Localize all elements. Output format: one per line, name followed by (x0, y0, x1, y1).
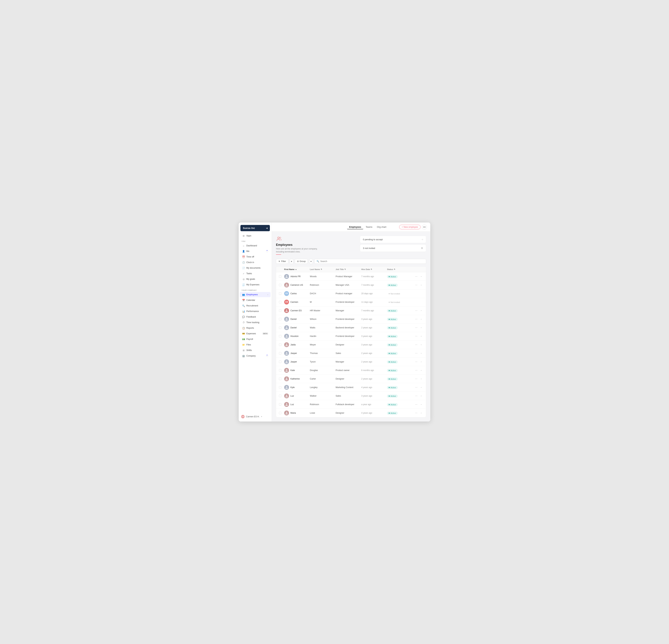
group-dropdown-button[interactable]: ▾ (309, 259, 313, 264)
row-actions: ⋯ → (413, 317, 423, 321)
sidebar-item-me[interactable]: 👤 Me (240, 249, 271, 254)
row-more-button[interactable]: ⋯ (414, 274, 418, 279)
sidebar-item-my-documents[interactable]: 📄 My documents (240, 265, 271, 270)
row-checkbox[interactable] (279, 284, 284, 286)
row-more-button[interactable]: ⋯ (414, 325, 418, 330)
filter-button[interactable]: ▼ Filter (276, 259, 288, 264)
pending-settings-icon[interactable]: ○ (422, 238, 423, 241)
th-last-name[interactable]: Last Name ⇅ (310, 268, 336, 270)
row-checkbox[interactable] (279, 275, 284, 278)
not-invited-settings-icon[interactable]: ⚙ (421, 247, 423, 249)
th-hire-date[interactable]: Hire Date ⇅ (361, 268, 387, 270)
row-navigate-button[interactable]: → (419, 411, 423, 415)
row-more-button[interactable]: ⋯ (414, 342, 418, 347)
sidebar-item-files[interactable]: 📁 Files (240, 342, 271, 347)
row-checkbox[interactable] (279, 403, 284, 406)
row-navigate-button[interactable]: → (419, 351, 423, 355)
row-navigate-button[interactable]: → (419, 402, 423, 407)
row-navigate-button[interactable]: → (419, 283, 423, 287)
row-checkbox[interactable] (279, 309, 284, 312)
tab-teams[interactable]: Teams (364, 224, 374, 229)
th-job-title[interactable]: Job Title ⇅ (336, 268, 361, 270)
row-navigate-button[interactable]: → (419, 274, 423, 279)
row-more-button[interactable]: ⋯ (414, 394, 418, 398)
tab-org-chart[interactable]: Org chart (375, 224, 388, 229)
row-more-button[interactable]: ⋯ (414, 411, 418, 415)
employee-last-name: Woods (310, 275, 336, 278)
sidebar-item-my-goals[interactable]: ◎ My goals (240, 277, 271, 282)
row-navigate-button[interactable]: → (419, 360, 423, 364)
sidebar-item-time-tracking[interactable]: ⏱ Time tracking (240, 320, 271, 325)
row-checkbox[interactable] (279, 292, 284, 295)
row-checkbox[interactable] (279, 412, 284, 414)
company-logo[interactable]: Suesa Inc ◀ (240, 225, 270, 231)
row-more-button[interactable]: ⋯ (414, 351, 418, 355)
sidebar-item-feedback[interactable]: 💬 Feedback (240, 314, 271, 320)
row-checkbox[interactable] (279, 361, 284, 363)
svg-point-12 (286, 378, 287, 379)
row-more-button[interactable]: ⋯ (414, 385, 418, 390)
more-options-button[interactable]: ••• (422, 224, 427, 230)
row-checkbox[interactable] (279, 378, 284, 380)
tab-employees[interactable]: Employees (347, 224, 363, 229)
employee-status: Active (387, 377, 413, 381)
filter-dropdown-button[interactable]: ▾ (290, 259, 294, 264)
row-more-button[interactable]: ⋯ (414, 368, 418, 372)
row-more-button[interactable]: ⋯ (414, 283, 418, 287)
employee-last-name: Carter (310, 378, 336, 380)
sidebar-item-company[interactable]: 🏢 Company (240, 353, 271, 358)
row-checkbox[interactable] (279, 395, 284, 397)
row-more-button[interactable]: ⋯ (414, 308, 418, 313)
row-checkbox[interactable] (279, 386, 284, 389)
row-navigate-button[interactable]: → (419, 317, 423, 321)
row-more-button[interactable]: ⋯ (414, 317, 418, 321)
row-navigate-button[interactable]: → (419, 368, 423, 372)
current-user[interactable]: CH Carmen ES H. ▾ (239, 413, 272, 420)
th-status[interactable]: Status ⇅ (387, 268, 413, 270)
row-navigate-button[interactable]: → (419, 342, 423, 347)
row-more-button[interactable]: ⋯ (414, 377, 418, 381)
sidebar-item-tasks[interactable]: ✓ Tasks (240, 271, 271, 276)
sidebar-item-reports[interactable]: 📋 Reports (240, 325, 271, 331)
row-checkbox[interactable] (279, 335, 284, 337)
row-more-button[interactable]: ⋯ (414, 402, 418, 407)
sidebar-item-apps[interactable]: ⊞ Apps (240, 233, 271, 238)
row-navigate-button[interactable]: → (419, 334, 423, 338)
sidebar-item-clock-in[interactable]: 🕐 Clock in (240, 260, 271, 265)
row-navigate-button[interactable]: → (419, 377, 423, 381)
user-name: Carmen ES H. (246, 415, 259, 418)
search-input[interactable] (320, 260, 424, 263)
row-checkbox[interactable] (279, 326, 284, 329)
row-checkbox[interactable] (279, 343, 284, 346)
sidebar-item-dashboard[interactable]: ⌂ Dashboard (240, 243, 271, 248)
employee-name-cell: Cameron US (284, 282, 310, 288)
th-first-name[interactable]: First Name ▲ (284, 268, 310, 270)
row-checkbox[interactable] (279, 318, 284, 320)
status-dot (389, 293, 390, 294)
row-checkbox[interactable] (279, 301, 284, 303)
sidebar-item-shifts[interactable]: ⊞ Shifts (240, 348, 271, 353)
group-button[interactable]: ⊞ Group (295, 259, 308, 264)
row-navigate-button[interactable]: → (419, 325, 423, 330)
sidebar-label-company: Company (246, 355, 265, 357)
time-tracking-icon: ⏱ (242, 321, 245, 324)
sidebar-item-calendar[interactable]: 📅 Calendar (240, 297, 271, 303)
sidebar-item-payroll[interactable]: 💵 Payroll (240, 337, 271, 342)
new-employee-button[interactable]: + New employee (399, 225, 421, 229)
row-checkbox[interactable] (279, 369, 284, 371)
status-dot (389, 310, 390, 311)
sidebar-item-performance[interactable]: 📊 Performance (240, 309, 271, 314)
employee-name-cell: Maria (284, 411, 310, 415)
sidebar-item-recruitment[interactable]: 🔍 Recruitment (240, 303, 271, 308)
row-navigate-button[interactable]: → (419, 308, 423, 313)
status-dot (389, 379, 390, 380)
sidebar-item-employees[interactable]: 👥 Employees › (240, 292, 271, 297)
sidebar-item-time-off[interactable]: ⏰ Time off (240, 254, 271, 260)
row-navigate-button[interactable]: → (419, 394, 423, 398)
row-checkbox[interactable] (279, 352, 284, 354)
row-navigate-button[interactable]: → (419, 385, 423, 390)
row-more-button[interactable]: ⋯ (414, 360, 418, 364)
sidebar-item-expenses[interactable]: 💳 Expenses BETA (240, 331, 271, 336)
row-more-button[interactable]: ⋯ (414, 334, 418, 338)
sidebar-item-my-expenses[interactable]: 🧾 My Expenses (240, 282, 271, 287)
